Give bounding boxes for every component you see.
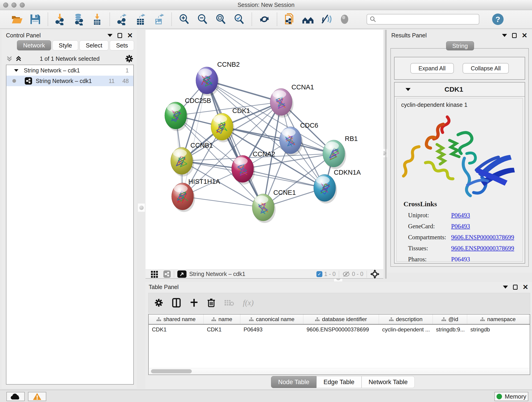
column-header-shared-name[interactable]: shared name	[149, 314, 204, 324]
tab-network[interactable]: Network	[17, 40, 51, 51]
export-image-button[interactable]	[153, 13, 165, 25]
table-cell[interactable]: CDK1	[204, 325, 240, 335]
tab-string[interactable]: String	[446, 41, 474, 51]
crosslink-link[interactable]: 9606.ENSP00000378699	[451, 245, 514, 252]
warnings-button[interactable]	[28, 392, 46, 401]
tab-network-table[interactable]: Network Table	[361, 376, 415, 388]
crosslink-label: Tissues:	[408, 245, 451, 252]
close-panel-icon[interactable]: ✕	[127, 33, 133, 38]
export-network-button[interactable]	[116, 13, 128, 25]
string-import-button[interactable]	[284, 13, 296, 25]
update-networks-button[interactable]	[259, 13, 270, 25]
save-session-button[interactable]	[29, 13, 41, 25]
table-settings-gear-icon[interactable]	[154, 298, 163, 307]
crosslink-link[interactable]: P06493	[451, 256, 470, 262]
add-column-icon[interactable]	[190, 298, 198, 307]
tab-select[interactable]: Select	[80, 40, 108, 51]
import-table-button[interactable]	[91, 13, 103, 25]
search-box[interactable]	[367, 14, 479, 25]
network-type-icon[interactable]	[163, 270, 171, 278]
show-glass-panels-button[interactable]	[339, 13, 351, 25]
node-CDKN1A[interactable]: CDKN1A	[314, 169, 361, 204]
scrollbar-thumb[interactable]	[151, 369, 192, 373]
fit-content-icon[interactable]	[177, 270, 186, 278]
crosslink-link[interactable]: 9606.ENSP00000378699	[451, 234, 514, 241]
table-cell[interactable]: stringdb	[467, 325, 529, 335]
gene-name: CDK1	[444, 85, 463, 93]
float-panel-icon[interactable]	[513, 285, 518, 290]
gene-expand-icon[interactable]	[405, 88, 411, 91]
show-columns-icon[interactable]	[172, 298, 181, 307]
column-header-namespace[interactable]: namespace	[467, 314, 529, 324]
tab-sets[interactable]: Sets	[110, 40, 134, 51]
crosslink-link[interactable]: P06493	[451, 212, 470, 219]
zoom-out-button[interactable]	[196, 13, 209, 25]
function-builder-icon: f(x)	[243, 298, 254, 307]
zoom-selected-button[interactable]	[233, 13, 245, 25]
panel-menu-icon[interactable]	[108, 34, 113, 37]
open-session-button[interactable]	[11, 13, 23, 25]
zoom-in-button[interactable]	[178, 13, 190, 25]
node-RB1[interactable]: RB1	[323, 135, 358, 169]
hide-glass-panels-button[interactable]	[320, 13, 332, 25]
table-cell[interactable]: CDK1	[149, 325, 204, 335]
close-panel-icon[interactable]: ✕	[523, 285, 528, 290]
column-header-@id[interactable]: @id	[433, 314, 467, 324]
expand-all-icon[interactable]	[15, 55, 22, 63]
gear-icon[interactable]	[125, 55, 133, 63]
network-row[interactable]: String Network – cdk1 11 48	[6, 76, 133, 86]
expand-all-button[interactable]: Expand All	[410, 63, 454, 74]
column-header-database-identifier[interactable]: database identifier	[303, 314, 379, 324]
collection-expand-icon[interactable]	[14, 69, 19, 71]
selected-checkbox[interactable]: ✓	[317, 271, 322, 277]
panel-menu-icon[interactable]	[503, 286, 508, 288]
edge-CDK1-RB1	[222, 127, 334, 153]
column-header-name[interactable]: name	[204, 314, 240, 324]
cloud-status-button[interactable]	[6, 392, 25, 401]
node-CCNA2[interactable]: CCNA2	[232, 150, 275, 185]
warning-icon	[32, 393, 42, 400]
table-cell[interactable]: 9606.ENSP00000378699	[303, 325, 379, 335]
import-network-from-database-button[interactable]	[73, 13, 85, 25]
toolbar-separator	[48, 13, 48, 26]
tab-node-table[interactable]: Node Table	[271, 376, 317, 388]
crosslink-link[interactable]: P06493	[451, 223, 470, 230]
node-CCNB1[interactable]: CCNB1	[171, 142, 213, 177]
left-splitter-handle[interactable]	[138, 204, 145, 212]
collapse-all-button[interactable]: Collapse All	[462, 63, 509, 74]
horizontal-scrollbar[interactable]	[149, 368, 529, 374]
memory-button[interactable]: Memory	[494, 392, 528, 401]
zoom-selected-icon	[233, 13, 245, 25]
float-panel-icon[interactable]	[118, 33, 122, 38]
import-network-button[interactable]	[55, 13, 66, 25]
search-input[interactable]	[379, 16, 476, 22]
selected-counts: 1 - 0	[324, 271, 336, 277]
export-table-button[interactable]	[135, 13, 147, 25]
node-CCNE1[interactable]: CCNE1	[252, 189, 296, 223]
node-CDC6[interactable]: CDC6	[279, 122, 318, 156]
birds-eye-grid-icon[interactable]	[151, 270, 159, 278]
close-panel-icon[interactable]: ✕	[522, 33, 527, 38]
network-collection-row[interactable]: String Network – cdk1 1	[6, 65, 133, 76]
table-cell[interactable]: stringdb:9...	[433, 325, 467, 335]
node-label-CDC25B: CDC25B	[185, 97, 211, 104]
collapse-all-icon[interactable]	[6, 55, 13, 63]
help-button[interactable]: ?	[492, 13, 504, 25]
tab-edge-table[interactable]: Edge Table	[317, 376, 361, 388]
column-header-description[interactable]: description	[379, 314, 433, 324]
delete-column-trash-icon[interactable]	[207, 298, 215, 307]
float-panel-icon[interactable]	[512, 33, 517, 38]
tab-style[interactable]: Style	[52, 40, 78, 51]
node-HIST1H1A[interactable]: HIST1H1A	[172, 178, 220, 212]
table-header-row: shared namenamecanonical namedatabase id…	[149, 314, 530, 325]
table-row[interactable]: CDK1CDK1P064939606.ENSP00000378699cyclin…	[149, 325, 530, 335]
network-canvas[interactable]: CCNB2CCNA1CDC25BCDK1CDC6RB1CCNB1CCNA2CDK…	[146, 30, 383, 269]
pan-crosshair-icon[interactable]	[370, 269, 380, 279]
gene-card-header[interactable]: CDK1	[394, 83, 525, 97]
table-cell[interactable]: cyclin-dependent ...	[379, 325, 433, 335]
table-cell[interactable]: P06493	[240, 325, 303, 335]
column-header-canonical-name[interactable]: canonical name	[240, 314, 303, 324]
home-networks-button[interactable]	[302, 13, 314, 25]
zoom-fit-button[interactable]	[215, 13, 227, 25]
panel-menu-icon[interactable]	[502, 34, 507, 37]
